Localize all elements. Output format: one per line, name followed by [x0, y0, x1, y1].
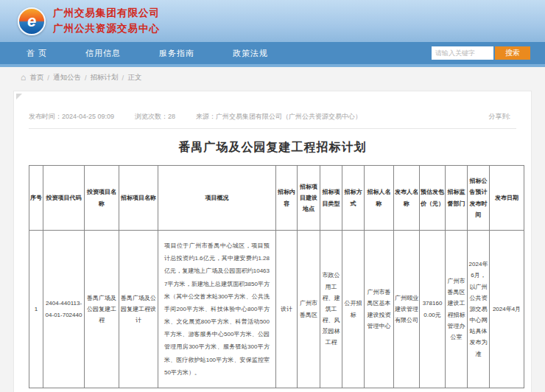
col-publisher: 发布人名称 [394, 166, 420, 231]
cell-publish-date: 2024年4月 [490, 231, 524, 388]
breadcrumb-separator: / [122, 74, 124, 82]
cell-location: 广州市番禺区 [298, 231, 320, 388]
cell-method: 公开招标 [342, 231, 365, 388]
breadcrumb: ⌂ 首页 / 通知公告 / 招标计划 / 正文 [0, 67, 545, 88]
share-label[interactable]: 分享到: [488, 112, 510, 122]
brand-center-name: 广州公共资源交易中心 [53, 21, 160, 37]
nav-item-service-guide[interactable]: 服务指南 [140, 48, 214, 59]
col-tenderer: 招标人名称 [365, 166, 394, 231]
cell-content: 设计 [276, 231, 298, 388]
article-meta: 发布时间：2024-04-25 09:09 浏览次数：28 来源：广州交易集团有… [29, 91, 516, 122]
cell-seq: 1 [29, 231, 43, 388]
search-button[interactable]: 搜索 [495, 46, 530, 60]
col-seq: 序号 [29, 166, 43, 231]
source-value: 广州交易集团有限公司（广州公共资源交易中心） [216, 113, 362, 120]
view-count-value: 28 [168, 113, 175, 120]
breadcrumb-current: 正文 [127, 73, 141, 83]
view-count: 浏览次数：28 [135, 112, 175, 122]
publish-time-value: 2024-04-25 09:09 [62, 113, 114, 120]
tender-plan-table: 序号 投资项目代码 投资项目名称 招标项目名称 项目概况 招标内容 招标项目建设… [29, 165, 524, 388]
col-location: 招标项目建设地点 [298, 166, 320, 231]
col-method: 招标方式 [342, 166, 365, 231]
cell-tender-name: 番禺广场及公园复建工程设计 [119, 231, 158, 388]
col-price: 预估发包价（元） [420, 166, 446, 231]
col-invest-code: 投资项目代码 [43, 166, 85, 231]
cell-supervisor: 广州市番禺区建设工程招标管理办公室 [446, 231, 468, 388]
breadcrumb-tender-plans[interactable]: 招标计划 [91, 73, 119, 83]
col-tender-name: 招标项目名称 [119, 166, 158, 231]
cell-overview: 项目位于广州市番禺中心城区，项目预计总投资约1.6亿元，其中建安费约1.28亿元… [158, 231, 276, 388]
brand-text: 广州交易集团有限公司 广州公共资源交易中心 [53, 6, 160, 37]
brand-company-name: 广州交易集团有限公司 [53, 6, 160, 21]
cell-invest-name: 番禺广场及公园复建工程 [85, 231, 119, 388]
source-label: 来源： [196, 113, 216, 120]
site-header: e 广州交易集团有限公司 广州公共资源交易中心 [0, 0, 545, 42]
col-type: 招标项目类型 [320, 166, 342, 231]
breadcrumb-notices[interactable]: 通知公告 [53, 73, 81, 83]
nav-item-home[interactable]: 首 页 [15, 48, 66, 59]
col-publish-date: 发布日期 [490, 166, 524, 231]
page-title: 番禺广场及公园复建工程招标计划 [29, 140, 516, 155]
main-nav: 首 页 信用信息 服务指南 政策法规 搜索 [0, 42, 545, 64]
cell-type: 市政公用工程、建筑工程、风景园林工程 [320, 231, 342, 388]
search-box: 搜索 [432, 46, 530, 60]
cell-price: 3781600.00元 [420, 231, 446, 388]
publish-time: 发布时间：2024-04-25 09:09 [29, 112, 114, 122]
home-icon: ⌂ [21, 73, 26, 82]
cell-notice-time: 2024年6月，以广州公共资源交易中心网站具体发布为准 [468, 231, 490, 388]
table-row: 1 2404-440113-04-01-702440 番禺广场及公园复建工程 番… [29, 231, 524, 388]
breadcrumb-home[interactable]: 首页 [29, 73, 43, 83]
site-logo-icon: e [18, 7, 46, 35]
breadcrumb-separator: / [47, 74, 49, 82]
cell-tenderer: 广州市番禺区基本建设投资管理中心 [365, 231, 394, 388]
card-corner-decoration [16, 94, 22, 99]
article-card: 发布时间：2024-04-25 09:09 浏览次数：28 来源：广州交易集团有… [13, 91, 532, 392]
cell-invest-code: 2404-440113-04-01-702440 [43, 231, 85, 388]
article-source: 来源：广州交易集团有限公司（广州公共资源交易中心） [196, 112, 362, 122]
col-notice-time: 招标公告预计发布时间 [468, 166, 490, 231]
view-count-label: 浏览次数： [135, 113, 168, 120]
cell-publisher: 广州颐业建设管理有限公司 [394, 231, 420, 388]
col-supervisor: 招标监督部门 [446, 166, 468, 231]
col-invest-name: 投资项目名称 [85, 166, 119, 231]
nav-item-policies[interactable]: 政策法规 [214, 48, 287, 59]
publish-time-label: 发布时间： [29, 113, 62, 120]
col-content: 招标内容 [276, 166, 298, 231]
nav-item-credit-info[interactable]: 信用信息 [66, 48, 140, 59]
col-overview: 项目概况 [158, 166, 276, 231]
table-header-row: 序号 投资项目代码 投资项目名称 招标项目名称 项目概况 招标内容 招标项目建设… [29, 166, 524, 231]
meta-divider [29, 128, 516, 129]
search-input[interactable] [432, 46, 493, 60]
breadcrumb-separator: / [85, 74, 87, 82]
